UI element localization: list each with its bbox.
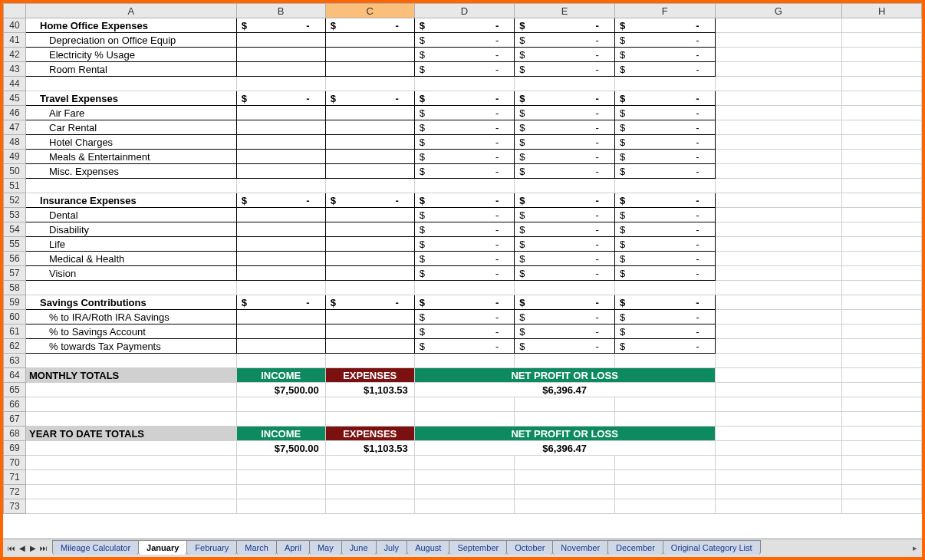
money-cell[interactable]: $- bbox=[515, 33, 615, 48]
cell[interactable] bbox=[842, 193, 922, 208]
money-cell[interactable]: $- bbox=[515, 106, 615, 120]
sheet-tab-september[interactable]: September bbox=[449, 540, 507, 555]
category-label[interactable]: Disability bbox=[26, 222, 237, 237]
cell[interactable] bbox=[842, 18, 922, 33]
row-header[interactable]: 60 bbox=[4, 310, 26, 324]
row-header[interactable]: 67 bbox=[4, 412, 26, 427]
cell[interactable] bbox=[325, 62, 414, 77]
row-header[interactable]: 47 bbox=[4, 120, 26, 135]
cell[interactable] bbox=[236, 62, 325, 77]
money-cell[interactable]: $- bbox=[515, 91, 615, 106]
money-cell[interactable]: $- bbox=[614, 310, 715, 324]
row-header[interactable]: 59 bbox=[4, 295, 26, 310]
cell[interactable] bbox=[842, 120, 922, 135]
category-label[interactable]: Meals & Entertainment bbox=[26, 150, 237, 164]
category-label[interactable]: Home Office Expenses bbox=[26, 18, 237, 33]
cell[interactable] bbox=[236, 77, 325, 91]
cell[interactable] bbox=[236, 397, 325, 412]
cell[interactable] bbox=[715, 397, 842, 412]
money-cell[interactable]: $- bbox=[614, 222, 715, 237]
cell[interactable] bbox=[325, 164, 414, 179]
category-label[interactable]: Life bbox=[26, 237, 237, 252]
cell[interactable] bbox=[325, 354, 414, 368]
cell[interactable] bbox=[26, 397, 237, 412]
row-header[interactable]: 44 bbox=[4, 77, 26, 91]
money-cell[interactable]: $- bbox=[614, 91, 715, 106]
cell[interactable] bbox=[842, 222, 922, 237]
category-label[interactable]: Room Rental bbox=[26, 62, 237, 77]
row-header[interactable]: 64 bbox=[4, 368, 26, 383]
cell[interactable] bbox=[414, 412, 515, 427]
category-label[interactable]: Savings Contributions bbox=[26, 295, 237, 310]
sheet-tab-june[interactable]: June bbox=[341, 540, 377, 555]
cell[interactable] bbox=[26, 281, 237, 295]
cell[interactable] bbox=[715, 150, 842, 164]
sheet-tab-original-category-list[interactable]: Original Category List bbox=[663, 540, 761, 555]
category-label[interactable]: Car Rental bbox=[26, 120, 237, 135]
cell[interactable] bbox=[236, 150, 325, 164]
cell[interactable] bbox=[325, 77, 414, 91]
net-value[interactable]: $6,396.47 bbox=[414, 441, 715, 456]
money-cell[interactable]: $- bbox=[236, 295, 325, 310]
money-cell[interactable]: $- bbox=[614, 339, 715, 354]
cell[interactable] bbox=[236, 266, 325, 281]
col-header-G[interactable]: G bbox=[715, 4, 842, 18]
row-header[interactable]: 66 bbox=[4, 397, 26, 412]
cell[interactable] bbox=[715, 252, 842, 266]
cell[interactable] bbox=[414, 485, 515, 499]
sheet-tab-may[interactable]: May bbox=[309, 540, 342, 555]
expenses-header[interactable]: EXPENSES bbox=[325, 368, 414, 383]
cell[interactable] bbox=[325, 266, 414, 281]
money-cell[interactable]: $- bbox=[325, 18, 414, 33]
cell[interactable] bbox=[715, 48, 842, 62]
row-header[interactable]: 62 bbox=[4, 339, 26, 354]
cell[interactable] bbox=[236, 222, 325, 237]
money-cell[interactable]: $- bbox=[325, 193, 414, 208]
cell[interactable] bbox=[236, 48, 325, 62]
sheet-tab-january[interactable]: January bbox=[138, 540, 187, 555]
row-header[interactable]: 41 bbox=[4, 33, 26, 48]
category-label[interactable]: % towards Tax Payments bbox=[26, 339, 237, 354]
row-header[interactable]: 63 bbox=[4, 354, 26, 368]
cell[interactable] bbox=[715, 193, 842, 208]
cell[interactable] bbox=[236, 164, 325, 179]
cell[interactable] bbox=[842, 368, 922, 383]
category-label[interactable]: Depreciation on Office Equip bbox=[26, 33, 237, 48]
cell[interactable] bbox=[715, 106, 842, 120]
cell[interactable] bbox=[614, 412, 715, 427]
cell[interactable] bbox=[414, 179, 515, 193]
cell[interactable] bbox=[236, 324, 325, 339]
money-cell[interactable]: $- bbox=[414, 91, 515, 106]
cell[interactable] bbox=[715, 339, 842, 354]
cell[interactable] bbox=[515, 456, 615, 470]
cell[interactable] bbox=[715, 77, 842, 91]
money-cell[interactable]: $- bbox=[614, 62, 715, 77]
spreadsheet-grid[interactable]: A B C D E F G H 40Home Office Expenses$-… bbox=[3, 3, 922, 535]
money-cell[interactable]: $- bbox=[236, 91, 325, 106]
cell[interactable] bbox=[236, 237, 325, 252]
cell[interactable] bbox=[842, 485, 922, 499]
col-header-B[interactable]: B bbox=[236, 4, 325, 18]
cell[interactable] bbox=[842, 456, 922, 470]
money-cell[interactable]: $- bbox=[515, 150, 615, 164]
cell[interactable] bbox=[715, 18, 842, 33]
money-cell[interactable]: $- bbox=[414, 150, 515, 164]
row-header[interactable]: 73 bbox=[4, 499, 26, 514]
cell[interactable] bbox=[515, 470, 615, 485]
money-cell[interactable]: $- bbox=[614, 48, 715, 62]
money-cell[interactable]: $- bbox=[515, 18, 615, 33]
cell[interactable] bbox=[325, 470, 414, 485]
cell[interactable] bbox=[325, 222, 414, 237]
sheet-tab-october[interactable]: October bbox=[506, 540, 553, 555]
cell[interactable] bbox=[614, 499, 715, 514]
net-value[interactable]: $6,396.47 bbox=[414, 383, 715, 397]
cell[interactable] bbox=[325, 208, 414, 222]
money-cell[interactable]: $- bbox=[325, 295, 414, 310]
cell[interactable] bbox=[842, 77, 922, 91]
money-cell[interactable]: $- bbox=[414, 106, 515, 120]
row-header[interactable]: 57 bbox=[4, 266, 26, 281]
sheet-tab-november[interactable]: November bbox=[552, 540, 608, 555]
cell[interactable] bbox=[715, 164, 842, 179]
sheet-tab-april[interactable]: April bbox=[276, 540, 310, 555]
money-cell[interactable]: $- bbox=[515, 208, 615, 222]
